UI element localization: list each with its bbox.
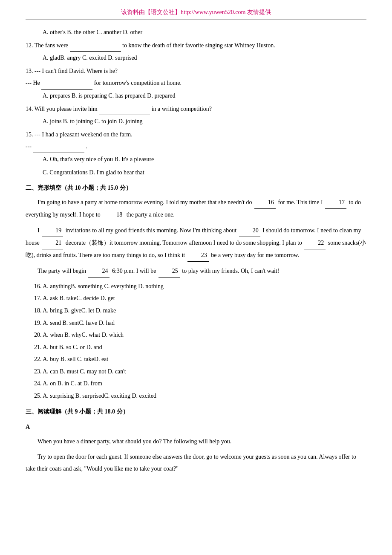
q16-options: 16. A. anythingB. something C. everythin… xyxy=(34,281,366,292)
section2-title: 二、完形填空（共 10 小题；共 15.0 分） xyxy=(26,182,366,194)
q15b-blank[interactable] xyxy=(33,141,84,153)
blank23[interactable]: 23 xyxy=(187,249,209,262)
q19-options: 19. A. send B. sentC. have D. had xyxy=(34,318,366,329)
q13-options: A. prepares B. is preparing C. has prepa… xyxy=(43,90,366,102)
q14-blank[interactable] xyxy=(99,104,150,116)
passage2: I 19 invitations to all my good friends … xyxy=(26,225,366,262)
section3-title: 三、阅读理解（共 9 小题；共 18.0 分） xyxy=(26,406,366,418)
q22-options: 22. A. buy B. sell C. takeD. eat xyxy=(34,354,366,365)
blank24[interactable]: 24 xyxy=(88,265,110,278)
q13b-line: --- He for tomorrow's competition at hom… xyxy=(26,78,366,90)
reading-p2: Try to open the door for each guest. If … xyxy=(26,451,366,475)
blank21[interactable]: 21 xyxy=(42,237,63,249)
blank19[interactable]: 19 xyxy=(42,225,63,237)
section3-sub: A xyxy=(26,422,366,433)
q15b-line: --- . xyxy=(26,141,366,153)
blank22[interactable]: 22 xyxy=(304,237,326,249)
header-banner: 该资料由【语文公社】http://www.yuwen520.com 友情提供 xyxy=(26,9,366,16)
q21-options: 21. A. but B. so C. or D. and xyxy=(34,342,366,353)
passage1: I'm going to have a party at home tomorr… xyxy=(26,197,366,221)
q20-options: 20. A. when B. whyC. what D. which xyxy=(34,330,366,341)
q13b-blank[interactable] xyxy=(41,78,92,90)
q15-line: 15. --- I had a pleasant weekend on the … xyxy=(26,129,366,141)
passage3: The party will begin 24 6:30 p.m. I will… xyxy=(26,265,366,278)
divider xyxy=(26,20,366,20)
blank20[interactable]: 20 xyxy=(239,225,260,237)
banner-text: 该资料由【语文公社】http://www.yuwen520.com 友情提供 xyxy=(121,9,271,15)
blank18[interactable]: 18 xyxy=(103,209,124,221)
q11-options: A. other's B. the other C. another D. ot… xyxy=(43,27,366,38)
q25-options: 25. A. surprising B. surprisedC. excitin… xyxy=(34,390,366,402)
q24-options: 24. A. on B. in C. at D. from xyxy=(34,378,366,390)
main-content: A. other's B. the other C. another D. ot… xyxy=(26,27,366,475)
q14-options: A. joins B. to joining C. to join D. joi… xyxy=(43,116,366,127)
q15-options-a: A. Oh, that's very nice of you B. It's a… xyxy=(43,154,366,165)
q12-options: A. gladB. angry C. excited D. surprised xyxy=(43,52,366,64)
q12-line: 12. The fans were to know the death of t… xyxy=(26,40,366,52)
q17-options: 17. A. ask B. takeC. decide D. get xyxy=(34,293,366,304)
q15-options-b: C. Congratulations D. I'm glad to hear t… xyxy=(43,167,366,179)
blank16[interactable]: 16 xyxy=(254,197,276,209)
reading-intro: When you have a dinner party, what shoul… xyxy=(26,436,366,448)
q14-line: 14. Will you please invite him in a writ… xyxy=(26,104,366,116)
q18-options: 18. A. bring B. giveC. let D. make xyxy=(34,305,366,317)
blank25[interactable]: 25 xyxy=(159,265,180,278)
blank17[interactable]: 17 xyxy=(325,197,346,209)
q12-blank[interactable] xyxy=(70,40,121,52)
q13-line: 13. --- I can't find David. Where is he? xyxy=(26,66,366,77)
q23-options: 23. A. can B. must C. may not D. can't xyxy=(34,366,366,378)
